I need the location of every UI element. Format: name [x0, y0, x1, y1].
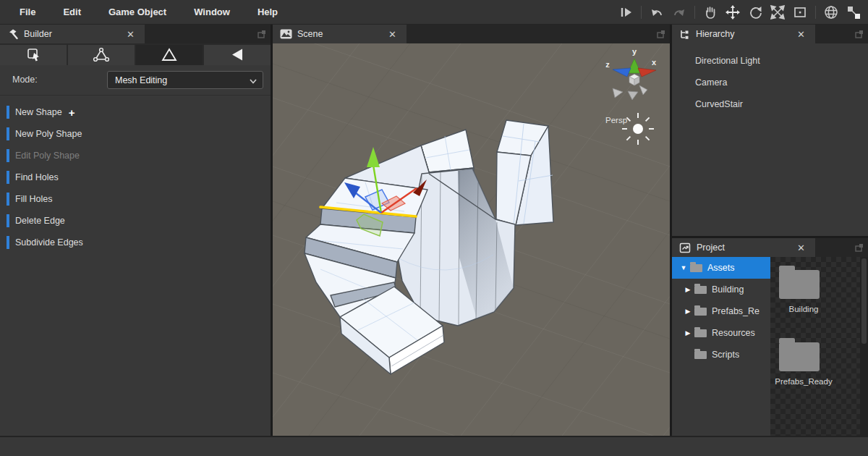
workspace: Builder ✕	[0, 25, 868, 436]
tree-item-prefabs-ready[interactable]: ▶ Prefabs_Re	[672, 300, 770, 322]
folder-icon	[694, 351, 707, 359]
asset-thumbnail-prefabs-ready[interactable]: Prefabs_Ready	[779, 337, 851, 386]
project-scrollbar[interactable]	[860, 257, 868, 436]
button-label: New Shape	[15, 107, 62, 117]
close-icon[interactable]: ✕	[794, 242, 808, 253]
tab-project[interactable]: Project ✕	[672, 238, 815, 257]
button-accent-bar	[7, 236, 9, 249]
button-accent-bar	[7, 214, 9, 227]
toolbar-separator	[694, 6, 695, 19]
asset-thumbnail-building[interactable]: Building	[779, 264, 851, 313]
tree-item-resources[interactable]: ▶ Resources	[672, 322, 770, 344]
close-icon[interactable]: ✕	[794, 29, 808, 40]
button-accent-bar	[7, 127, 9, 140]
move-tool-icon[interactable]	[724, 4, 741, 21]
vertex-select-mode-button[interactable]	[68, 45, 135, 65]
triangle-collapsed-icon[interactable]: ▶	[684, 329, 692, 337]
window-options-icon[interactable]	[257, 29, 267, 42]
scene-tabbar: Scene ✕	[273, 25, 670, 43]
project-body: ▼ Assets ▶ Building ▶ Prefabs_Re ▶	[672, 257, 868, 436]
button-label: New Poly Shape	[15, 129, 82, 139]
face-select-icon	[227, 46, 247, 64]
vertex-select-icon	[91, 46, 111, 64]
button-label: Fill Holes	[15, 194, 52, 204]
scene-viewport[interactable]: y z x Persp	[273, 43, 670, 436]
window-options-icon[interactable]	[854, 242, 864, 256]
tab-hierarchy[interactable]: Hierarchy ✕	[672, 25, 815, 43]
menu-game-object[interactable]: Game Object	[95, 7, 180, 17]
builder-tabbar: Builder ✕	[0, 25, 271, 43]
redo-icon[interactable]	[671, 4, 688, 21]
tree-label: Prefabs_Re	[712, 306, 760, 316]
hierarchy-item-directional-light[interactable]: Directional Light	[672, 50, 868, 72]
chevron-down-icon	[249, 77, 258, 85]
triangle-collapsed-icon[interactable]: ▶	[684, 286, 692, 293]
tree-label: Scripts	[712, 350, 739, 360]
edge-select-mode-button[interactable]	[136, 45, 203, 65]
button-label: Find Holes	[15, 172, 59, 182]
subdivide-edges-button[interactable]: Subdivide Edges	[0, 232, 271, 253]
object-select-icon	[23, 46, 43, 64]
mode-label: Mode:	[12, 75, 38, 85]
face-select-mode-button[interactable]	[204, 45, 271, 65]
tree-item-assets[interactable]: ▼ Assets	[672, 257, 770, 279]
button-accent-bar	[7, 171, 9, 184]
rotate-tool-icon[interactable]	[746, 4, 764, 21]
step-play-icon[interactable]	[617, 4, 634, 21]
builder-button-list: New Shape + New Poly Shape Edit Poly Sha…	[0, 96, 271, 253]
tab-scene[interactable]: Scene ✕	[273, 25, 407, 43]
tree-item-scripts[interactable]: Scripts	[672, 344, 770, 366]
hierarchy-tab-label: Hierarchy	[696, 29, 735, 39]
snap-pivot-icon[interactable]	[845, 4, 862, 21]
builder-tab-label: Builder	[24, 29, 52, 39]
triangle-collapsed-icon[interactable]: ▶	[684, 308, 692, 315]
tree-label: Building	[712, 284, 744, 295]
builder-panel: Builder ✕	[0, 25, 271, 436]
mode-dropdown[interactable]: Mesh Editing	[107, 71, 263, 89]
find-holes-button[interactable]: Find Holes	[0, 166, 271, 188]
project-tabbar: Project ✕	[672, 238, 868, 257]
project-content-grid[interactable]: Building Prefabs_Ready	[770, 257, 860, 436]
hierarchy-icon	[679, 29, 691, 40]
folder-icon-large	[779, 270, 820, 299]
hierarchy-item-camera[interactable]: Camera	[672, 72, 868, 93]
button-accent-bar	[7, 106, 9, 119]
plus-icon: +	[69, 106, 75, 119]
folder-icon	[694, 308, 707, 316]
menu-help[interactable]: Help	[244, 7, 292, 17]
menu-edit[interactable]: Edit	[49, 7, 95, 17]
fill-holes-button[interactable]: Fill Holes	[0, 188, 271, 210]
scale-tool-icon[interactable]	[769, 4, 786, 21]
menu-bar: File Edit Game Object Window Help	[0, 0, 868, 25]
window-options-icon[interactable]	[656, 29, 666, 42]
hierarchy-item-curvedstair[interactable]: CurvedStair	[672, 93, 868, 115]
close-icon[interactable]: ✕	[124, 29, 137, 40]
tree-item-building[interactable]: ▶ Building	[672, 279, 770, 300]
window-options-icon[interactable]	[854, 29, 864, 42]
menu-file[interactable]: File	[6, 7, 49, 17]
button-label: Delete Edge	[15, 216, 65, 226]
mode-dropdown-value: Mesh Editing	[115, 75, 167, 85]
tab-builder[interactable]: Builder ✕	[0, 25, 145, 43]
status-bar	[0, 436, 868, 456]
triangle-expanded-icon[interactable]: ▼	[679, 264, 688, 271]
camera-projection-label[interactable]: Persp	[605, 116, 627, 124]
delete-edge-button[interactable]: Delete Edge	[0, 210, 271, 232]
tree-label: Assets	[707, 263, 735, 273]
folder-icon	[694, 286, 707, 294]
project-tree: ▼ Assets ▶ Building ▶ Prefabs_Re ▶	[672, 257, 770, 436]
new-poly-shape-button[interactable]: New Poly Shape	[0, 123, 271, 145]
new-shape-button[interactable]: New Shape +	[0, 101, 271, 123]
folder-icon	[694, 329, 707, 337]
project-panel: Project ✕ ▼ Assets ▶ Building	[672, 238, 868, 436]
scene-tab-label: Scene	[297, 29, 323, 39]
menu-window[interactable]: Window	[180, 7, 244, 17]
hand-pan-icon[interactable]	[702, 4, 719, 21]
undo-icon[interactable]	[648, 4, 665, 21]
object-select-mode-button[interactable]	[0, 45, 67, 65]
button-label: Subdivide Edges	[15, 237, 83, 248]
close-icon[interactable]: ✕	[386, 29, 399, 40]
rect-tool-icon[interactable]	[791, 4, 809, 21]
scrollbar-thumb[interactable]	[861, 258, 867, 344]
globe-pivot-icon[interactable]	[822, 4, 840, 21]
